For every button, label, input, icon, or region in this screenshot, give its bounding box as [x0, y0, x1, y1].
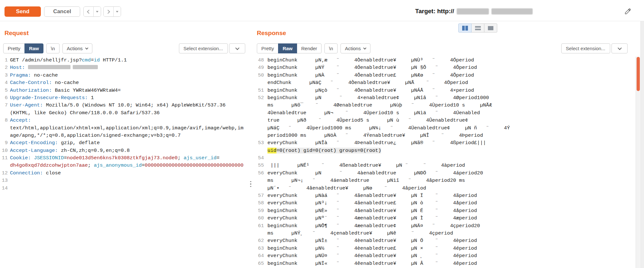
line-number: 10 [0, 147, 8, 154]
collapsed-inspector-strip[interactable] [640, 21, 644, 268]
layout-single-button[interactable] [484, 23, 497, 32]
response-tab-bar: Pretty Raw Render \n Actions Select exte… [257, 43, 628, 53]
code-line: 58everyChunk µN³¡ ¨ 4ãenabledtrue£ µN ò … [254, 199, 640, 207]
code-line: text/html,application/xhtml+xml,applicat… [0, 125, 248, 132]
code-line: 2Host: [0, 64, 248, 71]
code-line: 57everyChunk µNàá ¨ 4ãenabledtrue¥ µN Ï … [254, 192, 640, 199]
line-number: 5 [0, 87, 8, 94]
back-button[interactable] [84, 7, 94, 16]
chevron-down-icon [618, 46, 622, 50]
response-select-extension-button[interactable]: Select extension... [561, 43, 610, 53]
line-number: 8 [0, 117, 8, 124]
line-number: 11 [0, 154, 8, 162]
code-line: 63beginChunk µN½ ¨ 4èenabledtrue£ µN × ¨… [254, 245, 640, 252]
send-button[interactable]: Send [5, 6, 41, 17]
line-number: 3 [0, 72, 8, 79]
code-line: 62everyChunk µNÌ± ¨ 4èenabledtrue¥ µN Ö … [254, 237, 640, 245]
line-number: 55 [254, 162, 264, 169]
layout-rows-button[interactable] [471, 23, 484, 32]
forward-button[interactable] [104, 7, 114, 16]
request-tab-newline[interactable]: \n [46, 43, 60, 53]
code-line: 1GET /admin/shelljfr.jsp?cmd=id HTTP/1.1 [0, 57, 248, 64]
code-line: µNáÇ ¨ 4Üperiod1000 ms µN¾¡ ¨ 4Üenabledt… [254, 125, 640, 132]
rows-layout-icon [475, 26, 481, 30]
line-number: 13 [0, 177, 8, 184]
panel-splitter-handle[interactable] [248, 178, 254, 190]
line-number: 58 [254, 199, 264, 207]
code-line: 50beginChunk µNÀ ¨ 4Õenabledtrue£ µNÆø ¨… [254, 72, 640, 79]
code-line: 53everyChunk µNÎà ¨ 4Þenabledtrue¿ µNã® … [254, 139, 640, 147]
grip-dots-icon [250, 181, 251, 182]
code-line: 4Cache-Control: no-cache [0, 79, 248, 87]
line-number [0, 162, 8, 169]
chevron-right-icon [106, 10, 110, 14]
code-line: 10Accept-Language: zh-CN,zh;q=0.9,en;q=0… [0, 147, 248, 154]
code-line: 65beginChunk µNÏ« ¨ 4êenabledtrue¥ µN Â … [254, 260, 640, 267]
line-number [0, 125, 8, 132]
line-number: 61 [254, 222, 264, 230]
line-number: 14 [0, 185, 8, 192]
request-title: Request [5, 30, 29, 37]
line-number: 54 [254, 154, 264, 162]
target-redacted [491, 8, 533, 14]
code-line: uid=0(root) gid=0(root) groups=0(root) [254, 147, 640, 154]
line-number [254, 177, 264, 184]
request-tab-pretty[interactable]: Pretty [3, 43, 25, 53]
code-line: 55 ||| µNÉ¹ ¨ 4ßenabledtrue¥ µN ¨ ¨ 4àpe… [254, 162, 640, 169]
response-tab-raw[interactable]: Raw [278, 43, 297, 53]
code-line: 7User-Agent: Mozilla/5.0 (Windows NT 10.… [0, 102, 248, 109]
code-line: age/apng,*/*;q=0.8,application/signed-ex… [0, 132, 248, 139]
request-select-extension-button[interactable]: Select extension... [179, 43, 228, 53]
triangle-down-icon [116, 11, 118, 13]
chevron-down-icon [85, 46, 88, 50]
toolbar: Send Cancel Target: http:// [0, 0, 644, 21]
line-number: 12 [0, 170, 8, 177]
redacted-text [73, 65, 98, 69]
line-number: 48 [254, 57, 264, 64]
layout-columns-button[interactable] [458, 23, 471, 32]
grip-dots-icon [250, 183, 251, 185]
code-line: 51beginChunk µNçò ¨ 4Öenabledtrue¥ µNÁÅ … [254, 87, 640, 94]
cancel-button[interactable]: Cancel [44, 6, 80, 17]
line-number: 49 [254, 64, 264, 71]
line-number [254, 102, 264, 109]
line-number: 9 [0, 139, 8, 147]
response-scrollbar[interactable] [636, 57, 640, 268]
pencil-icon [624, 8, 631, 15]
forward-history-dropdown-button[interactable] [114, 7, 121, 16]
response-title: Response [257, 30, 286, 37]
columns-layout-icon [465, 26, 468, 31]
request-actions-button[interactable]: Actions [62, 43, 92, 53]
redacted-text [28, 65, 70, 69]
response-editor[interactable]: 48beginChunk µN‚æ ¨ 4Òenabledtrue¥ µNÙ³ … [254, 57, 640, 268]
code-line: 64everyChunk µNÜ¤ ¨ 4éenabledtrue¥ µN ¸ … [254, 252, 640, 260]
response-tab-render[interactable]: Render [297, 43, 322, 53]
forward-button-group [103, 6, 121, 17]
response-extension-dropdown-button[interactable] [611, 43, 628, 53]
request-tab-raw[interactable]: Raw [24, 43, 43, 53]
response-tab-pretty[interactable]: Pretty [257, 43, 278, 53]
line-number: 7 [0, 102, 8, 109]
back-history-dropdown-button[interactable] [94, 7, 101, 16]
code-line: ms µNõ¯ ¨ 4Øenabledtrue µNùþ ¨ 4Ùperiod1… [254, 102, 640, 109]
edit-target-button[interactable] [624, 7, 632, 15]
code-line: 61beginChunk µNÕ¶ ¨ 4æenabledtrue¢ µNÄ¤ … [254, 222, 640, 230]
request-editor[interactable]: 1GET /admin/shelljfr.jsp?cmd=id HTTP/1.1… [0, 57, 248, 268]
grip-dots-icon [250, 186, 251, 187]
response-tab-newline[interactable]: \n [324, 43, 338, 53]
line-number [254, 79, 264, 87]
code-line: 48beginChunk µN‚æ ¨ 4Òenabledtrue¥ µNÙ³ … [254, 57, 640, 64]
code-line: true µNð ¨ 4Ûperiod5 s µN ù ¨ 4Ûenabledt… [254, 117, 640, 124]
line-number: 62 [254, 237, 264, 245]
line-number [254, 132, 264, 139]
line-number: 64 [254, 252, 264, 260]
target-bar: Target: http:// [415, 8, 533, 15]
line-number: 56 [254, 170, 264, 177]
code-line: 54 [254, 154, 640, 162]
request-extension-dropdown-button[interactable] [229, 43, 245, 53]
response-actions-button[interactable]: Actions [341, 43, 370, 53]
chevron-left-icon [87, 10, 91, 14]
line-number: 57 [254, 192, 264, 199]
target-label: Target: http:// [415, 8, 454, 15]
scrollbar-thumb[interactable] [637, 57, 640, 91]
